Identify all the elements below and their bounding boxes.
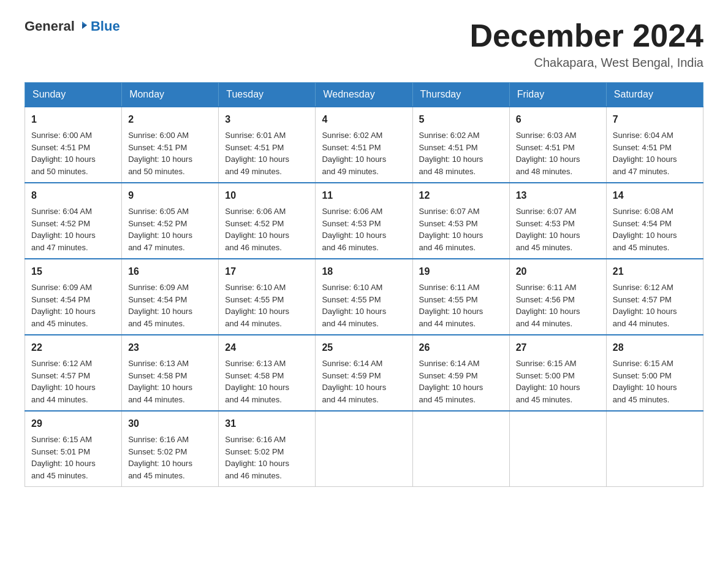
location-title: Chakapara, West Bengal, India [469, 56, 703, 70]
day-number: 6 [516, 112, 600, 127]
day-info: Sunrise: 6:12 AMSunset: 4:57 PMDaylight:… [31, 359, 96, 404]
calendar-cell: 25 Sunrise: 6:14 AMSunset: 4:59 PMDaylig… [316, 335, 412, 411]
calendar-cell: 9 Sunrise: 6:05 AMSunset: 4:52 PMDayligh… [122, 183, 219, 259]
day-number: 10 [225, 188, 309, 203]
day-info: Sunrise: 6:09 AMSunset: 4:54 PMDaylight:… [128, 283, 192, 328]
calendar-week-row: 15 Sunrise: 6:09 AMSunset: 4:54 PMDaylig… [25, 259, 703, 335]
day-info: Sunrise: 6:10 AMSunset: 4:55 PMDaylight:… [322, 283, 386, 328]
day-info: Sunrise: 6:15 AMSunset: 5:01 PMDaylight:… [31, 435, 96, 480]
calendar-week-row: 29 Sunrise: 6:15 AMSunset: 5:01 PMDaylig… [25, 411, 703, 487]
day-number: 5 [419, 112, 503, 127]
day-info: Sunrise: 6:08 AMSunset: 4:54 PMDaylight:… [613, 207, 677, 252]
day-number: 11 [322, 188, 406, 203]
calendar-cell: 30 Sunrise: 6:16 AMSunset: 5:02 PMDaylig… [122, 411, 219, 487]
day-number: 7 [613, 112, 697, 127]
calendar-cell: 27 Sunrise: 6:15 AMSunset: 5:00 PMDaylig… [509, 335, 606, 411]
title-block: December 2024 Chakapara, West Bengal, In… [469, 18, 703, 70]
day-number: 1 [31, 112, 115, 127]
header-monday: Monday [122, 83, 219, 107]
calendar-cell [509, 411, 606, 487]
calendar-cell: 20 Sunrise: 6:11 AMSunset: 4:56 PMDaylig… [509, 259, 606, 335]
day-number: 23 [128, 340, 212, 355]
logo-flag-icon [76, 20, 88, 33]
day-number: 15 [31, 264, 115, 279]
calendar-cell: 21 Sunrise: 6:12 AMSunset: 4:57 PMDaylig… [606, 259, 703, 335]
calendar-cell: 1 Sunrise: 6:00 AMSunset: 4:51 PMDayligh… [25, 107, 122, 183]
calendar-cell: 28 Sunrise: 6:15 AMSunset: 5:00 PMDaylig… [606, 335, 703, 411]
day-info: Sunrise: 6:02 AMSunset: 4:51 PMDaylight:… [419, 131, 483, 176]
day-info: Sunrise: 6:16 AMSunset: 5:02 PMDaylight:… [128, 435, 192, 480]
month-title: December 2024 [469, 18, 703, 53]
day-number: 30 [128, 416, 212, 431]
day-info: Sunrise: 6:07 AMSunset: 4:53 PMDaylight:… [516, 207, 580, 252]
day-info: Sunrise: 6:04 AMSunset: 4:51 PMDaylight:… [613, 131, 677, 176]
page-header: General Blue December 2024 Chakapara, We… [25, 18, 703, 70]
calendar-cell: 16 Sunrise: 6:09 AMSunset: 4:54 PMDaylig… [122, 259, 219, 335]
calendar-cell: 23 Sunrise: 6:13 AMSunset: 4:58 PMDaylig… [122, 335, 219, 411]
day-number: 4 [322, 112, 406, 127]
calendar-cell: 11 Sunrise: 6:06 AMSunset: 4:53 PMDaylig… [316, 183, 412, 259]
day-number: 19 [419, 264, 503, 279]
calendar-cell: 13 Sunrise: 6:07 AMSunset: 4:53 PMDaylig… [509, 183, 606, 259]
calendar-cell: 10 Sunrise: 6:06 AMSunset: 4:52 PMDaylig… [219, 183, 316, 259]
day-number: 29 [31, 416, 115, 431]
day-info: Sunrise: 6:01 AMSunset: 4:51 PMDaylight:… [225, 131, 289, 176]
day-number: 9 [128, 188, 212, 203]
calendar-cell: 12 Sunrise: 6:07 AMSunset: 4:53 PMDaylig… [412, 183, 509, 259]
day-number: 16 [128, 264, 212, 279]
calendar-cell [412, 411, 509, 487]
day-info: Sunrise: 6:04 AMSunset: 4:52 PMDaylight:… [31, 207, 96, 252]
day-info: Sunrise: 6:09 AMSunset: 4:54 PMDaylight:… [31, 283, 96, 328]
day-info: Sunrise: 6:14 AMSunset: 4:59 PMDaylight:… [419, 359, 483, 404]
calendar-cell: 24 Sunrise: 6:13 AMSunset: 4:58 PMDaylig… [219, 335, 316, 411]
calendar-cell: 18 Sunrise: 6:10 AMSunset: 4:55 PMDaylig… [316, 259, 412, 335]
day-number: 14 [613, 188, 697, 203]
day-number: 12 [419, 188, 503, 203]
day-number: 27 [516, 340, 600, 355]
day-number: 31 [225, 416, 309, 431]
day-number: 8 [31, 188, 115, 203]
calendar-cell: 2 Sunrise: 6:00 AMSunset: 4:51 PMDayligh… [122, 107, 219, 183]
header-wednesday: Wednesday [316, 83, 412, 107]
calendar-cell: 29 Sunrise: 6:15 AMSunset: 5:01 PMDaylig… [25, 411, 122, 487]
header-tuesday: Tuesday [219, 83, 316, 107]
day-number: 24 [225, 340, 309, 355]
day-info: Sunrise: 6:07 AMSunset: 4:53 PMDaylight:… [419, 207, 483, 252]
day-number: 18 [322, 264, 406, 279]
calendar-week-row: 22 Sunrise: 6:12 AMSunset: 4:57 PMDaylig… [25, 335, 703, 411]
day-number: 28 [613, 340, 697, 355]
day-number: 25 [322, 340, 406, 355]
header-sunday: Sunday [25, 83, 122, 107]
day-info: Sunrise: 6:06 AMSunset: 4:52 PMDaylight:… [225, 207, 289, 252]
calendar-cell: 6 Sunrise: 6:03 AMSunset: 4:51 PMDayligh… [509, 107, 606, 183]
day-info: Sunrise: 6:14 AMSunset: 4:59 PMDaylight:… [322, 359, 386, 404]
day-info: Sunrise: 6:05 AMSunset: 4:52 PMDaylight:… [128, 207, 192, 252]
calendar-cell: 5 Sunrise: 6:02 AMSunset: 4:51 PMDayligh… [412, 107, 509, 183]
day-info: Sunrise: 6:03 AMSunset: 4:51 PMDaylight:… [516, 131, 580, 176]
day-info: Sunrise: 6:13 AMSunset: 4:58 PMDaylight:… [128, 359, 192, 404]
day-info: Sunrise: 6:13 AMSunset: 4:58 PMDaylight:… [225, 359, 289, 404]
calendar-cell: 17 Sunrise: 6:10 AMSunset: 4:55 PMDaylig… [219, 259, 316, 335]
day-info: Sunrise: 6:11 AMSunset: 4:56 PMDaylight:… [516, 283, 580, 328]
day-info: Sunrise: 6:15 AMSunset: 5:00 PMDaylight:… [516, 359, 580, 404]
day-info: Sunrise: 6:16 AMSunset: 5:02 PMDaylight:… [225, 435, 289, 480]
calendar-cell [316, 411, 412, 487]
header-friday: Friday [509, 83, 606, 107]
day-info: Sunrise: 6:10 AMSunset: 4:55 PMDaylight:… [225, 283, 289, 328]
calendar-cell: 26 Sunrise: 6:14 AMSunset: 4:59 PMDaylig… [412, 335, 509, 411]
calendar-cell: 8 Sunrise: 6:04 AMSunset: 4:52 PMDayligh… [25, 183, 122, 259]
day-info: Sunrise: 6:00 AMSunset: 4:51 PMDaylight:… [128, 131, 192, 176]
day-info: Sunrise: 6:11 AMSunset: 4:55 PMDaylight:… [419, 283, 483, 328]
calendar-header-row: SundayMondayTuesdayWednesdayThursdayFrid… [25, 83, 703, 107]
day-number: 26 [419, 340, 503, 355]
day-info: Sunrise: 6:06 AMSunset: 4:53 PMDaylight:… [322, 207, 386, 252]
header-thursday: Thursday [412, 83, 509, 107]
calendar-cell: 19 Sunrise: 6:11 AMSunset: 4:55 PMDaylig… [412, 259, 509, 335]
day-number: 3 [225, 112, 309, 127]
day-number: 2 [128, 112, 212, 127]
day-number: 20 [516, 264, 600, 279]
day-number: 13 [516, 188, 600, 203]
header-saturday: Saturday [606, 83, 703, 107]
day-info: Sunrise: 6:00 AMSunset: 4:51 PMDaylight:… [31, 131, 96, 176]
logo-general: General [25, 18, 75, 34]
